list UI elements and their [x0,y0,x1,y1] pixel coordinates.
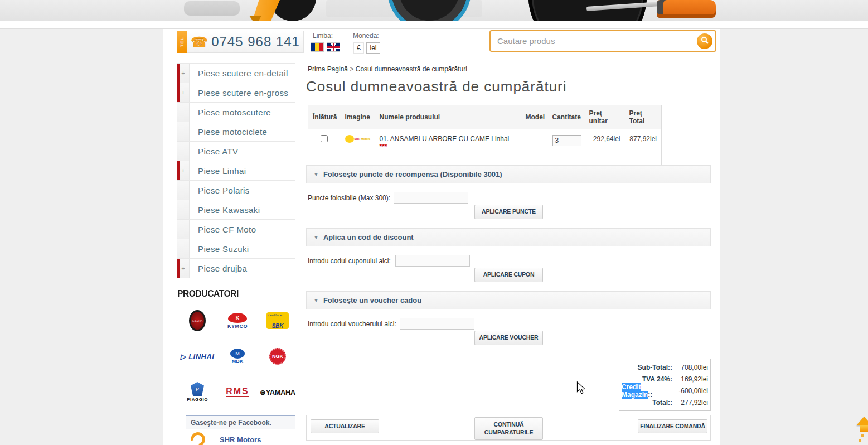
gift-voucher-section-header[interactable]: ▼ Foloseşte un voucher cadou [306,291,711,309]
sidebar-item-piese-cf-moto[interactable]: Piese CF Moto [177,220,295,239]
cart-table: Înlătură Imagine Numele produsului Model… [308,105,662,167]
brand-logo-linhai[interactable]: ▷ LINHAI [181,352,215,361]
sidebar-item-piese-kawasaki[interactable]: Piese Kawasaki [177,200,295,220]
sidebar-item-label: Piese ATV [190,147,239,156]
points-input-label: Puncte folosibile (Max 300): [308,194,390,202]
plus-expander-icon[interactable]: + [181,89,185,96]
facebook-page-row[interactable]: SHR Motors [186,429,295,445]
sidebar-item-label: Piese motociclete [190,127,267,137]
sidebar-item-label: Piese scutere en-gross [190,88,288,98]
banner-chainsaw [657,0,716,18]
yamaha-icon: ⊛YAMAHA [260,388,295,396]
back-to-top-button[interactable] [856,417,868,445]
ngk-icon: NGK [269,348,286,365]
mouse-cursor [576,381,586,397]
col-remove: Înlătură [308,105,341,129]
collapse-triangle-icon: ▼ [313,171,319,177]
sidebar-item-piese-motoscutere[interactable]: Piese motoscutere [177,103,295,122]
product-name-link[interactable]: 01. ANSAMBLU ARBORE CU CAME Linhai [380,135,510,143]
tel-tab: TEL [177,31,187,53]
product-thumbnail[interactable]: SHR Motors [345,135,371,143]
plus-expander-icon[interactable]: + [181,265,185,272]
col-image: Imagine [341,105,375,129]
rms-icon: RMS [226,387,249,397]
brand-logo-piaggio[interactable]: P PIAGGIO [187,382,208,402]
sidebar-item-label: Piese scutere en-detail [190,69,288,78]
producers-heading: PRODUCATORI [177,288,239,299]
voucher-input[interactable] [400,318,474,330]
facebook-widget-header: Găseşte-ne pe Facebook. [186,416,295,429]
kymco-icon: K [228,313,247,323]
mbk-icon: M [230,349,245,359]
gilera-icon: GILERA [189,310,206,331]
plus-expander-icon[interactable]: + [181,167,185,174]
reward-points-section-header[interactable]: ▼ Foloseşte puncte de recompensă (Dispon… [306,165,711,183]
subtotal-row: Sub-Total:: 708,00lei [622,361,708,373]
romanian-flag-button[interactable] [311,42,324,52]
brand-logo-grid: GILERA K KYMCO LeoVince SBK ▷ LINHAI M M… [177,303,298,410]
quantity-input[interactable] [552,135,581,146]
piaggio-icon: P [191,382,204,396]
product-required-stars: *** [380,143,387,151]
checkout-button[interactable]: FINALIZARE COMANDĂ [638,419,707,433]
total-price-cell: 877,92lei [625,129,662,167]
sidebar-item-piese-motociclete[interactable]: Piese motociclete [177,122,295,142]
sidebar-item-piese-atv[interactable]: Piese ATV [177,142,295,161]
apply-coupon-button[interactable]: APLICARE CUPON [474,268,543,282]
coupon-input-label: Introdu codul cuponului aici: [308,257,391,265]
sidebar-item-piese-linhai[interactable]: + Piese Linhai [177,161,295,181]
apply-points-button[interactable]: APLICARE PUNCTE [474,205,543,219]
col-model: Model [521,105,548,129]
facebook-widget: Găseşte-ne pe Facebook. SHR Motors [186,415,295,445]
tel-tab-label: TEL [180,37,185,47]
points-input[interactable] [394,192,468,204]
currency-label: Moneda: [353,32,379,40]
sidebar-item-piese-scutere-en-gross[interactable]: + Piese scutere en-gross [177,83,295,103]
breadcrumb-home-link[interactable]: Prima Pagină [308,65,348,73]
selected-text-highlight: Credit Magazin [622,383,648,399]
brand-logo-gilera[interactable]: GILERA [189,310,206,331]
plus-expander-icon[interactable]: + [181,70,185,76]
sidebar-item-piese-suzuki[interactable]: Piese Suzuki [177,239,295,259]
brand-logo-kymco[interactable]: K KYMCO [227,313,248,329]
shr-motors-logo-icon [188,429,208,445]
sidebar-item-label: Piese CF Moto [190,225,256,234]
brand-logo-ngk[interactable]: NGK [269,348,286,365]
update-cart-button[interactable]: ACTUALIZARE [311,419,379,433]
sidebar-item-piese-drujba[interactable]: + Piese drujba [177,259,295,278]
sidebar-item-piese-scutere-en-detail[interactable]: + Piese scutere en-detail [177,64,295,83]
search-button[interactable] [697,33,712,49]
facebook-page-name[interactable]: SHR Motors [220,436,261,444]
apply-voucher-button[interactable]: APLICARE VOUCHER [474,331,543,345]
store-credit-row: Credit Magazin:: -600,00lei [622,385,708,396]
discount-code-section-header[interactable]: ▼ Aplică un cod de discount [306,228,711,246]
col-total-price: Preţ Total [625,105,662,129]
currency-eur-button[interactable]: € [353,42,364,54]
search-bar [489,30,716,52]
brand-logo-leovince-sbk[interactable]: LeoVince SBK [266,312,289,329]
brand-logo-rms[interactable]: RMS [226,387,249,397]
continue-shopping-button[interactable]: CONTINUĂ CUMPARATURILE [474,417,543,440]
sidebar-item-label: Piese drujba [190,264,247,273]
language-label: Limba: [313,32,333,40]
sidebar-item-label: Piese motoscutere [190,108,271,117]
brand-logo-yamaha[interactable]: ⊛YAMAHA [260,388,295,396]
sidebar-item-piese-polaris[interactable]: Piese Polaris [177,181,295,200]
remove-item-checkbox[interactable] [321,135,328,142]
collapse-triangle-icon: ▼ [313,234,319,240]
brand-logo-mbk[interactable]: M MBK [230,349,245,364]
order-totals-box: Sub-Total:: 708,00lei TVA 24%: 169,92lei… [619,359,711,411]
page-title: Cosul dumneavoastră de cumpărături [306,78,567,95]
linhai-icon: ▷ LINHAI [181,352,215,361]
phone-box: ☎ 0745 968 141 [187,31,304,53]
english-flag-button[interactable] [327,42,340,52]
cart-product-row: SHR Motors 01. ANSAMBLU ARBORE CU CAME L… [308,129,662,167]
search-input[interactable] [491,36,697,46]
breadcrumb-current-link[interactable]: Cosul dumneavoastră de cumpărături [356,65,467,73]
coupon-input[interactable] [395,255,470,267]
search-icon [701,36,709,46]
currency-lei-button[interactable]: lei [366,42,380,54]
sidebar-item-label: Piese Kawasaki [190,205,260,215]
category-menu: + Piese scutere en-detail + Piese scuter… [177,63,295,278]
banner-engine-sketch [184,1,240,16]
